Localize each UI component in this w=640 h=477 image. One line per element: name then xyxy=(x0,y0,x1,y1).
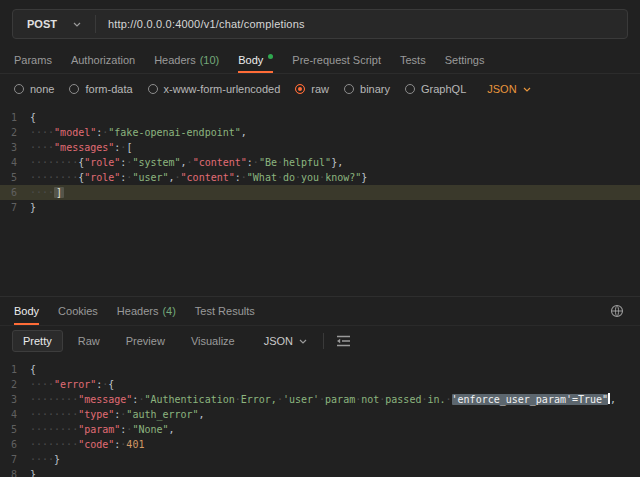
body-type-form-data[interactable]: form-data xyxy=(69,83,132,95)
code-line[interactable]: 7····} xyxy=(0,452,640,467)
code-line[interactable]: 2····"model":·"fake-openai-endpoint", xyxy=(0,125,640,140)
response-tab-body[interactable]: Body xyxy=(14,297,39,325)
code-line[interactable]: 4········{"role":·"system",·"content":·"… xyxy=(0,155,640,170)
body-type-raw[interactable]: raw xyxy=(295,83,329,95)
view-tab-raw[interactable]: Raw xyxy=(67,330,111,352)
code-token: "Be xyxy=(259,157,277,168)
code-line[interactable]: 1{ xyxy=(0,110,640,125)
toolbar-divider xyxy=(323,333,324,349)
code-line[interactable]: 5········"param":·"None", xyxy=(0,422,640,437)
code-token: }, xyxy=(331,157,343,168)
code-line[interactable]: 3········"message":·"Authentication·Erro… xyxy=(0,392,640,407)
code-token: ···· xyxy=(30,379,54,390)
response-body-editor[interactable]: 1{2····"error":·{3········"message":·"Au… xyxy=(0,356,640,477)
code-token: "None" xyxy=(132,424,168,435)
matched-bracket: ] xyxy=(54,187,64,198)
line-number: 4 xyxy=(0,155,30,170)
method-select[interactable]: POST xyxy=(13,10,95,38)
view-tab-visualize[interactable]: Visualize xyxy=(180,330,246,352)
code-token: · xyxy=(446,394,452,405)
url-input[interactable]: http://0.0.0.0:4000/v1/chat/completions xyxy=(96,10,627,38)
code-line[interactable]: 2····"error":·{ xyxy=(0,377,640,392)
code-token: "messages" xyxy=(54,142,114,153)
network-info-button[interactable] xyxy=(608,302,626,320)
body-type-none[interactable]: none xyxy=(14,83,54,95)
tab-headers[interactable]: Headers(10) xyxy=(154,46,219,73)
code-token: } xyxy=(54,454,60,465)
code-token: Error, xyxy=(241,394,277,405)
code-token: { xyxy=(30,364,36,375)
line-number: 2 xyxy=(0,377,30,392)
code-token: } xyxy=(30,469,36,477)
radio-icon xyxy=(344,84,354,94)
tab-label: Body xyxy=(14,305,39,317)
line-number: 5 xyxy=(0,170,30,185)
body-type-x-www-form-urlencoded[interactable]: x-www-form-urlencoded xyxy=(148,83,281,95)
code-line-highlighted[interactable]: 6····] xyxy=(0,185,640,200)
code-line[interactable]: 3····"messages":·[ xyxy=(0,140,640,155)
tab-label: Params xyxy=(14,54,52,66)
code-line-content: ····} xyxy=(30,452,60,467)
raw-language-select[interactable]: JSON xyxy=(487,83,530,95)
code-token: helpful" xyxy=(283,157,331,168)
code-token: "param" xyxy=(78,424,120,435)
code-line[interactable]: 4········"type":·"auth_error", xyxy=(0,407,640,422)
request-body-editor[interactable]: 1{2····"model":·"fake-openai-endpoint",3… xyxy=(0,104,640,296)
response-language-select[interactable]: JSON xyxy=(258,331,313,351)
tab-label: Settings xyxy=(445,54,485,66)
code-token: do xyxy=(283,172,295,183)
code-line[interactable]: 7} xyxy=(0,200,640,215)
view-tab-preview[interactable]: Preview xyxy=(115,330,176,352)
code-token: ···· xyxy=(30,187,54,198)
radio-icon xyxy=(148,84,158,94)
response-tabs: Body Cookies Headers(4) Test Results xyxy=(0,296,640,326)
radio-label: raw xyxy=(311,83,329,95)
code-line[interactable]: 6········"code":·401 xyxy=(0,437,640,452)
code-line-content: ····"model":·"fake-openai-endpoint", xyxy=(30,125,247,140)
chevron-down-icon xyxy=(73,22,81,27)
code-token: "code" xyxy=(78,439,114,450)
code-line[interactable]: 1{ xyxy=(0,362,640,377)
code-token: , xyxy=(169,424,175,435)
line-number: 5 xyxy=(0,422,30,437)
code-token: ········ xyxy=(30,157,78,168)
response-tab-headers[interactable]: Headers(4) xyxy=(117,297,176,325)
code-token: ········ xyxy=(30,394,78,405)
method-label: POST xyxy=(27,18,57,30)
code-line-content: { xyxy=(30,110,36,125)
code-token: param xyxy=(325,394,355,405)
tab-label: Authorization xyxy=(71,54,135,66)
code-line-content: ········"param":·"None", xyxy=(30,422,175,437)
tab-authorization[interactable]: Authorization xyxy=(71,46,135,73)
radio-icon xyxy=(405,84,415,94)
tab-settings[interactable]: Settings xyxy=(445,46,485,73)
beautify-button[interactable] xyxy=(334,333,353,349)
radio-icon xyxy=(14,84,24,94)
code-line-content: ········"code":·401 xyxy=(30,437,144,452)
request-tabs: Params Authorization Headers(10) Body Pr… xyxy=(0,46,640,74)
chevron-down-icon xyxy=(523,87,531,92)
wrap-text-icon xyxy=(336,335,351,347)
line-number: 6 xyxy=(0,437,30,452)
code-token: , xyxy=(610,394,616,405)
tab-label: Tests xyxy=(400,54,426,66)
code-token: in. xyxy=(427,394,445,405)
radio-label: none xyxy=(30,83,54,95)
response-tab-cookies[interactable]: Cookies xyxy=(58,297,98,325)
code-token: "system" xyxy=(132,157,180,168)
tab-body[interactable]: Body xyxy=(238,46,273,73)
response-tab-test-results[interactable]: Test Results xyxy=(195,297,255,325)
request-url-section: POST http://0.0.0.0:4000/v1/chat/complet… xyxy=(0,0,640,46)
code-line[interactable]: 8} xyxy=(0,467,640,477)
tab-label: Cookies xyxy=(58,305,98,317)
tab-tests[interactable]: Tests xyxy=(400,46,426,73)
code-token: "What xyxy=(247,172,277,183)
body-type-binary[interactable]: binary xyxy=(344,83,390,95)
code-token: } xyxy=(361,172,367,183)
tab-params[interactable]: Params xyxy=(14,46,52,73)
view-tab-pretty[interactable]: Pretty xyxy=(12,330,63,352)
tab-pre-request-script[interactable]: Pre-request Script xyxy=(292,46,381,73)
code-line[interactable]: 5········{"role":·"user",·"content":·"Wh… xyxy=(0,170,640,185)
body-type-graphql[interactable]: GraphQL xyxy=(405,83,466,95)
code-token: [ xyxy=(126,142,132,153)
